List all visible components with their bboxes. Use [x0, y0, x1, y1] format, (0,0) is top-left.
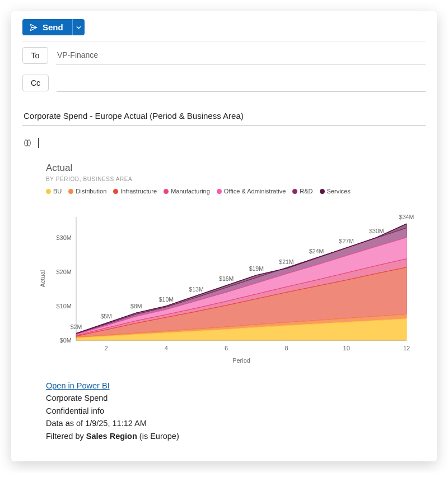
legend-item-label: R&D	[300, 188, 312, 195]
filter-label: Filtered by Sales Region (is Europe)	[46, 432, 179, 441]
svg-text:8: 8	[284, 345, 288, 351]
embedded-chart-card: Actual BY PERIOD, BUSINESS AREA BUDistri…	[22, 158, 426, 445]
legend-item[interactable]: Manufacturing	[164, 188, 210, 195]
send-options-button[interactable]	[72, 19, 85, 35]
svg-text:$8M: $8M	[130, 303, 142, 309]
legend-item-label: Office & Administrative	[224, 188, 286, 195]
text-cursor	[38, 138, 39, 148]
svg-text:Period: Period	[232, 357, 250, 364]
cc-field[interactable]	[57, 73, 426, 92]
to-row: To	[22, 41, 426, 69]
legend-item[interactable]: Office & Administrative	[217, 188, 286, 195]
open-in-power-bi-link[interactable]: Open in Power BI	[46, 381, 110, 390]
svg-text:$0M: $0M	[60, 337, 72, 344]
svg-text:Actual: Actual	[39, 270, 46, 288]
legend-item[interactable]: Infrastructure	[113, 188, 157, 195]
svg-text:$10M: $10M	[159, 296, 174, 303]
legend-color-dot	[164, 189, 169, 194]
chevron-down-icon	[76, 25, 81, 30]
report-name-label: Corporate Spend	[46, 394, 108, 403]
legend-item[interactable]: R&D	[292, 188, 312, 195]
svg-text:$21M: $21M	[279, 258, 293, 265]
legend-item-label: Manufacturing	[171, 188, 210, 195]
cc-picker-button[interactable]: Cc	[22, 75, 49, 91]
svg-text:$10M: $10M	[56, 303, 72, 309]
legend-color-dot	[68, 189, 73, 194]
legend-color-dot	[292, 189, 297, 194]
area-chart-svg: Actual$0M$10M$20M$30M24681012Period$2M$5…	[37, 200, 418, 368]
subject-field[interactable]	[22, 107, 426, 126]
confidential-label: Confidential info	[46, 406, 104, 415]
copilot-row	[22, 138, 426, 148]
legend-color-dot	[46, 189, 51, 194]
data-asof-label: Data as of 1/9/25, 11:12 AM	[46, 419, 147, 428]
legend-item-label: BU	[53, 188, 62, 195]
message-body[interactable]: Actual BY PERIOD, BUSINESS AREA BUDistri…	[22, 138, 426, 445]
legend-color-dot	[217, 189, 222, 194]
svg-text:12: 12	[403, 345, 410, 351]
svg-text:$2M: $2M	[71, 323, 82, 330]
compose-toolbar: Send	[22, 19, 426, 41]
svg-text:6: 6	[225, 345, 228, 351]
svg-text:$24M: $24M	[309, 248, 324, 255]
svg-text:$13M: $13M	[189, 286, 203, 293]
legend-item[interactable]: Services	[320, 188, 351, 195]
chart-footer: Open in Power BI Corporate Spend Confide…	[46, 380, 422, 442]
send-icon	[29, 23, 38, 32]
svg-text:$30M: $30M	[369, 228, 384, 234]
svg-text:$5M: $5M	[100, 313, 111, 320]
chart-legend: BUDistributionInfrastructureManufacturin…	[46, 188, 422, 195]
send-button[interactable]: Send	[22, 19, 72, 35]
legend-color-dot	[320, 189, 325, 194]
svg-text:$20M: $20M	[56, 269, 72, 275]
svg-text:4: 4	[165, 345, 168, 351]
cc-row: Cc	[22, 69, 426, 96]
svg-text:$27M: $27M	[339, 238, 354, 244]
svg-text:$19M: $19M	[249, 265, 264, 272]
svg-text:10: 10	[343, 345, 350, 351]
send-button-label: Send	[43, 22, 63, 32]
svg-text:$16M: $16M	[219, 275, 234, 282]
legend-item-label: Services	[327, 188, 351, 195]
to-field[interactable]	[56, 46, 426, 64]
legend-item[interactable]: Distribution	[68, 188, 106, 195]
chart-plot-area: Actual$0M$10M$20M$30M24681012Period$2M$5…	[37, 200, 418, 368]
svg-text:$30M: $30M	[56, 234, 72, 241]
copilot-icon[interactable]	[22, 138, 32, 148]
chart-subtitle: BY PERIOD, BUSINESS AREA	[46, 176, 422, 182]
email-compose-window: Send To Cc Actual BY PERIOD, BUSINESS AR…	[11, 11, 437, 461]
svg-text:2: 2	[105, 345, 108, 351]
legend-item-label: Distribution	[76, 188, 106, 195]
svg-text:$34M: $34M	[399, 214, 414, 220]
to-picker-button[interactable]: To	[22, 47, 48, 64]
legend-color-dot	[113, 189, 118, 194]
legend-item[interactable]: BU	[46, 188, 62, 195]
legend-item-label: Infrastructure	[120, 188, 157, 195]
chart-title: Actual	[46, 163, 422, 174]
